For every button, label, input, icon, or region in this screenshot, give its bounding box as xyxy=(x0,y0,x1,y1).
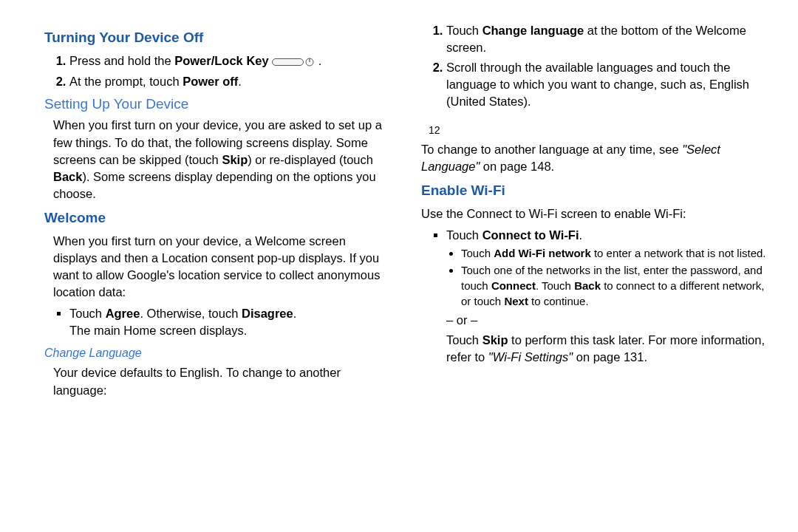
heading-enable-wifi: Enable Wi-Fi xyxy=(421,181,768,201)
or-divider: – or – xyxy=(446,312,768,329)
change-language-step-2: Scroll through the available languages a… xyxy=(446,59,768,110)
svg-rect-0 xyxy=(273,59,304,66)
heading-turning-off: Turning Your Device Off xyxy=(44,28,392,48)
enable-wifi-skip-note: Touch Skip to perform this task later. F… xyxy=(446,332,768,366)
welcome-bullets: Touch Agree. Otherwise, touch Disagree. … xyxy=(44,305,392,339)
section-setting-up: Setting Up Your Device When you first tu… xyxy=(44,95,392,202)
sub-bullet-add-network: Touch Add Wi-Fi network to enter a netwo… xyxy=(461,245,768,261)
heading-change-language: Change Language xyxy=(44,345,392,361)
section-turning-off: Turning Your Device Off Press and hold t… xyxy=(44,28,392,90)
heading-setting-up: Setting Up Your Device xyxy=(44,95,392,115)
enable-wifi-bullets: Touch Connect to Wi-Fi. Touch Add Wi-Fi … xyxy=(421,227,768,366)
welcome-paragraph: When you first turn on your device, a We… xyxy=(44,233,392,301)
power-lock-key-icon xyxy=(272,53,315,70)
document-page: Turning Your Device Off Press and hold t… xyxy=(0,0,798,532)
heading-welcome: Welcome xyxy=(44,208,392,228)
change-language-steps: Touch Change language at the bottom of t… xyxy=(421,22,768,110)
page-number: 12 xyxy=(429,123,768,138)
section-welcome: Welcome When you first turn on your devi… xyxy=(44,208,392,339)
change-language-note: To change to another language at any tim… xyxy=(421,141,768,175)
change-language-step-1: Touch Change language at the bottom of t… xyxy=(446,22,768,56)
sub-bullet-pick-network: Touch one of the networks in the list, e… xyxy=(461,262,768,309)
step-2: At the prompt, touch Power off. xyxy=(69,73,392,90)
enable-wifi-bullet-connect: Touch Connect to Wi-Fi. Touch Add Wi-Fi … xyxy=(446,227,768,366)
enable-wifi-intro: Use the Connect to Wi-Fi screen to enabl… xyxy=(421,205,768,222)
setting-up-paragraph: When you first turn on your device, you … xyxy=(44,117,392,202)
change-language-paragraph: Your device defaults to English. To chan… xyxy=(44,364,392,398)
section-enable-wifi: Enable Wi-Fi Use the Connect to Wi-Fi sc… xyxy=(421,181,768,366)
enable-wifi-sub-bullets: Touch Add Wi-Fi network to enter a netwo… xyxy=(446,245,768,309)
welcome-bullet-agree: Touch Agree. Otherwise, touch Disagree. … xyxy=(69,305,392,339)
step-1: Press and hold the Power/Lock Key . xyxy=(69,52,392,70)
turning-off-steps: Press and hold the Power/Lock Key . At t… xyxy=(44,52,392,90)
